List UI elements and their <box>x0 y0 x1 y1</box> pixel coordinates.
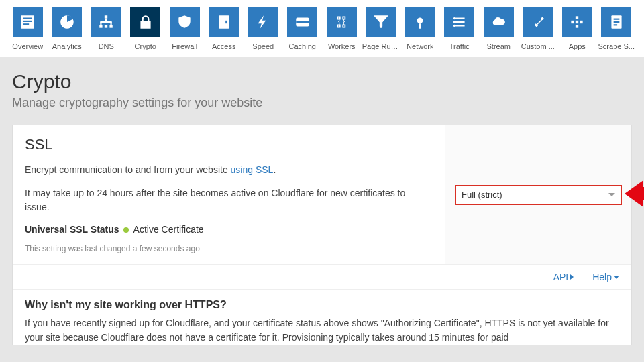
svg-rect-5 <box>100 25 103 27</box>
triangle-right-icon <box>570 274 574 280</box>
nav-label: Traffic <box>449 42 470 50</box>
nav-label: Caching <box>289 42 316 50</box>
svg-rect-26 <box>576 25 578 27</box>
nav-item-scrape[interactable]: Scrape S... <box>597 7 637 50</box>
svg-point-23 <box>453 24 455 26</box>
using-ssl-link[interactable]: using SSL <box>231 164 274 175</box>
speed-icon <box>248 7 278 37</box>
ssl-status-value: Active Certificate <box>133 224 204 235</box>
svg-rect-11 <box>111 22 112 25</box>
nav-item-dns[interactable]: DNS <box>87 7 126 50</box>
svg-rect-7 <box>110 25 113 27</box>
page-content: Crypto Manage cryptography settings for … <box>0 57 644 362</box>
ssl-meta: This setting was last changed a few seco… <box>25 244 431 253</box>
nav-item-crypto[interactable]: Crypto <box>126 7 166 50</box>
nav-label: Speed <box>252 42 274 50</box>
firewall-icon <box>170 7 200 37</box>
ssl-desc-prefix: Encrypt communication to and from your w… <box>25 164 231 175</box>
ssl-mode-select[interactable]: Full (strict) <box>455 185 622 205</box>
svg-rect-4 <box>105 15 107 18</box>
stream-icon <box>484 7 514 37</box>
overview-icon <box>13 7 43 37</box>
faq-title: Why isn't my site working over HTTPS? <box>25 299 619 311</box>
api-link-label: API <box>553 272 569 282</box>
nav-item-speed[interactable]: Speed <box>244 7 283 50</box>
nav-label: Apps <box>569 42 586 50</box>
nav-item-apps[interactable]: Apps <box>557 7 597 50</box>
svg-rect-6 <box>105 25 107 27</box>
nav-item-network[interactable]: Network <box>400 7 440 50</box>
svg-text:{ }: { } <box>338 17 345 25</box>
page-title: Crypto <box>12 70 632 93</box>
nav-label: Scrape S... <box>598 42 635 50</box>
nav-item-overview[interactable]: Overview <box>8 7 48 50</box>
nav-item-access[interactable]: Access <box>205 7 244 50</box>
nav-item-pagerules[interactable]: Page Rules <box>362 7 401 50</box>
status-dot-icon <box>123 227 129 233</box>
nav-label: Workers <box>328 42 356 50</box>
dns-icon <box>91 7 121 37</box>
nav-label: Page Rules <box>362 42 400 50</box>
svg-point-21 <box>453 17 455 19</box>
nav-item-custom[interactable]: Custom ... <box>519 7 558 50</box>
svg-point-17 <box>417 17 423 23</box>
svg-rect-24 <box>576 16 578 19</box>
nav-label: Crypto <box>135 42 156 50</box>
faq-text: If you have recently signed up for Cloud… <box>25 316 619 345</box>
help-link-label: Help <box>592 272 612 282</box>
api-link[interactable]: API <box>553 272 574 282</box>
svg-rect-10 <box>101 22 102 25</box>
svg-rect-27 <box>572 20 574 23</box>
nav-label: Stream <box>487 42 511 50</box>
nav-item-firewall[interactable]: Firewall <box>165 7 205 50</box>
nav-label: Overview <box>12 42 43 50</box>
svg-rect-20 <box>454 25 464 26</box>
svg-rect-19 <box>454 21 464 22</box>
svg-rect-32 <box>613 24 616 25</box>
svg-rect-2 <box>23 20 32 21</box>
ssl-status-label: Universal SSL Status <box>25 224 119 235</box>
faq-section: Why isn't my site working over HTTPS? If… <box>13 289 631 345</box>
nav-item-traffic[interactable]: Traffic <box>440 7 480 50</box>
ssl-desc-suffix: . <box>273 164 276 175</box>
workers-icon: { } <box>327 7 357 37</box>
ssl-mode-value: Full (strict) <box>462 190 502 200</box>
help-link[interactable]: Help <box>592 272 619 282</box>
nav-item-analytics[interactable]: Analytics <box>48 7 87 50</box>
svg-rect-25 <box>576 20 578 23</box>
ssl-card-left: SSL Encrypt communication to and from yo… <box>13 125 445 264</box>
svg-rect-9 <box>101 21 112 22</box>
ssl-card: SSL Encrypt communication to and from yo… <box>12 125 632 345</box>
nav-item-caching[interactable]: Caching <box>283 7 323 50</box>
nav-item-stream[interactable]: Stream <box>479 7 519 50</box>
ssl-description: Encrypt communication to and from your w… <box>25 163 431 177</box>
network-icon <box>405 7 435 37</box>
nav-item-workers[interactable]: { }Workers <box>322 7 362 50</box>
svg-marker-33 <box>625 180 644 207</box>
svg-rect-30 <box>613 18 619 19</box>
svg-rect-31 <box>613 21 619 22</box>
ssl-title: SSL <box>25 136 431 154</box>
custom-icon <box>523 7 553 37</box>
nav-label: Custom ... <box>521 42 555 50</box>
svg-rect-13 <box>225 20 227 23</box>
nav-label: Network <box>407 42 433 50</box>
svg-rect-1 <box>23 17 32 19</box>
page-subtitle: Manage cryptography settings for your we… <box>12 96 632 110</box>
ssl-card-footer: API Help <box>13 264 631 289</box>
nav-label: Access <box>212 42 235 50</box>
ssl-card-right: Full (strict) <box>445 125 631 264</box>
apps-icon <box>562 7 592 37</box>
access-icon <box>209 7 239 37</box>
nav-label: Analytics <box>52 42 82 50</box>
svg-rect-15 <box>296 21 309 22</box>
svg-rect-28 <box>580 20 583 23</box>
traffic-icon <box>444 7 474 37</box>
nav-label: Firewall <box>172 42 197 50</box>
nav-label: DNS <box>99 42 114 50</box>
crypto-icon <box>130 7 160 37</box>
svg-point-22 <box>453 21 455 23</box>
annotation-arrow-icon <box>625 178 644 213</box>
caching-icon <box>287 7 317 37</box>
analytics-icon <box>52 7 82 37</box>
